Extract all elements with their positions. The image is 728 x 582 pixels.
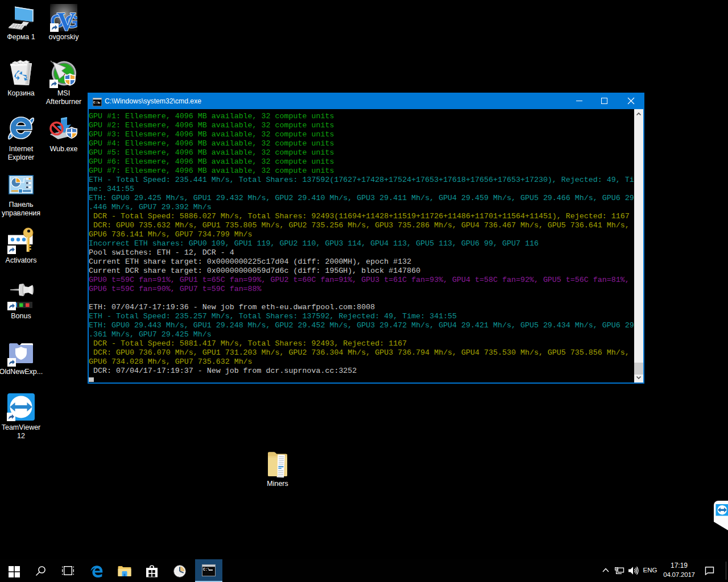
svg-text:C:\: C:\ <box>93 101 100 105</box>
svg-text:C:\: C:\ <box>203 568 210 572</box>
svg-text:V: V <box>57 7 76 31</box>
